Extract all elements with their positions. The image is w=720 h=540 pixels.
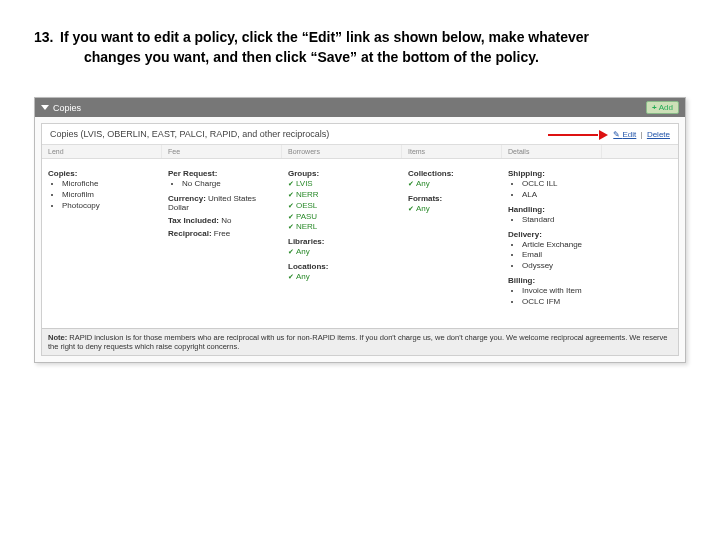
reciprocal-label: Reciprocal: (168, 229, 212, 238)
col-lend: Copies: Microfiche Microfilm Photocopy (42, 163, 162, 313)
delete-link-label: Delete (647, 130, 670, 139)
list-item: Invoice with Item (522, 286, 596, 297)
screenshot-frame: Copies +Add Copies (LVIS, OBERLIN, EAST,… (34, 97, 686, 362)
colhdr-borrowers: Borrowers (282, 145, 402, 158)
reciprocal-heading: Reciprocal: Free (168, 229, 276, 238)
list-item: OCLC IFM (522, 297, 596, 308)
instruction-line-1: If you want to edit a policy, click the … (60, 29, 589, 45)
instruction-heading: 13.If you want to edit a policy, click t… (34, 28, 686, 67)
libraries-heading: Libraries: (288, 237, 396, 246)
step-number: 13. (34, 28, 60, 48)
handling-heading: Handling: (508, 205, 596, 214)
list-item: Microfiche (62, 179, 156, 190)
tax-value: No (221, 216, 231, 225)
per-request-heading: Per Request: (168, 169, 276, 178)
billing-heading: Billing: (508, 276, 596, 285)
list-item: Odyssey (522, 261, 596, 272)
any-item: Any (408, 179, 496, 190)
group-item: PASU (288, 212, 396, 223)
formats-heading: Formats: (408, 194, 496, 203)
shipping-heading: Shipping: (508, 169, 596, 178)
policy-panel: Copies (LVIS, OBERLIN, EAST, PALCI, RAPI… (41, 123, 679, 355)
any-item: Any (288, 272, 396, 283)
col-fee: Per Request: No Charge Currency: United … (162, 163, 282, 313)
callout-arrow (548, 130, 608, 140)
delivery-heading: Delivery: (508, 230, 596, 239)
locations-heading: Locations: (288, 262, 396, 271)
panel-body: Copies: Microfiche Microfilm Photocopy P… (42, 159, 678, 327)
tax-label: Tax Included: (168, 216, 219, 225)
add-button[interactable]: +Add (646, 101, 679, 114)
any-item: Any (408, 204, 496, 215)
note-text: RAPID inclusion is for those members who… (48, 333, 668, 351)
policy-title: Copies (LVIS, OBERLIN, EAST, PALCI, RAPI… (50, 129, 329, 139)
instruction-line-2: changes you want, and then click “Save” … (34, 48, 686, 68)
section-header-bar: Copies +Add (35, 98, 685, 117)
groups-heading: Groups: (288, 169, 396, 178)
edit-link-label: Edit (623, 130, 637, 139)
panel-header: Copies (LVIS, OBERLIN, EAST, PALCI, RAPI… (42, 124, 678, 145)
group-item: LVIS (288, 179, 396, 190)
tax-heading: Tax Included: No (168, 216, 276, 225)
group-item: OESL (288, 201, 396, 212)
any-item: Any (288, 247, 396, 258)
list-item: Email (522, 250, 596, 261)
list-item: Microfilm (62, 190, 156, 201)
collapse-triangle-icon[interactable] (41, 105, 49, 110)
panel-action-links: Edit | Delete (613, 130, 670, 139)
col-borrowers: Groups: LVIS NERR OESL PASU NERL Librari… (282, 163, 402, 313)
list-item: Standard (522, 215, 596, 226)
list-item: ALA (522, 190, 596, 201)
group-item: NERL (288, 222, 396, 233)
reciprocal-value: Free (214, 229, 230, 238)
colhdr-details: Details (502, 145, 602, 158)
col-details: Shipping: OCLC ILL ALA Handling: Standar… (502, 163, 602, 313)
delete-link[interactable]: Delete (647, 130, 670, 139)
col-items: Collections: Any Formats: Any (402, 163, 502, 313)
collections-heading: Collections: (408, 169, 496, 178)
add-button-label: Add (659, 103, 673, 112)
note-label: Note: (48, 333, 67, 342)
section-title: Copies (53, 103, 81, 113)
group-item: NERR (288, 190, 396, 201)
note-bar: Note: RAPID inclusion is for those membe… (42, 328, 678, 355)
colhdr-fee: Fee (162, 145, 282, 158)
list-item: OCLC ILL (522, 179, 596, 190)
currency-label: Currency: (168, 194, 206, 203)
copies-heading: Copies: (48, 169, 156, 178)
colhdr-lend: Lend (42, 145, 162, 158)
link-divider: | (641, 130, 643, 139)
column-headers: Lend Fee Borrowers Items Details (42, 145, 678, 159)
list-item: No Charge (182, 179, 276, 190)
colhdr-items: Items (402, 145, 502, 158)
list-item: Article Exchange (522, 240, 596, 251)
edit-link[interactable]: Edit (613, 130, 636, 139)
list-item: Photocopy (62, 201, 156, 212)
currency-heading: Currency: United States Dollar (168, 194, 276, 212)
plus-icon: + (652, 103, 657, 112)
